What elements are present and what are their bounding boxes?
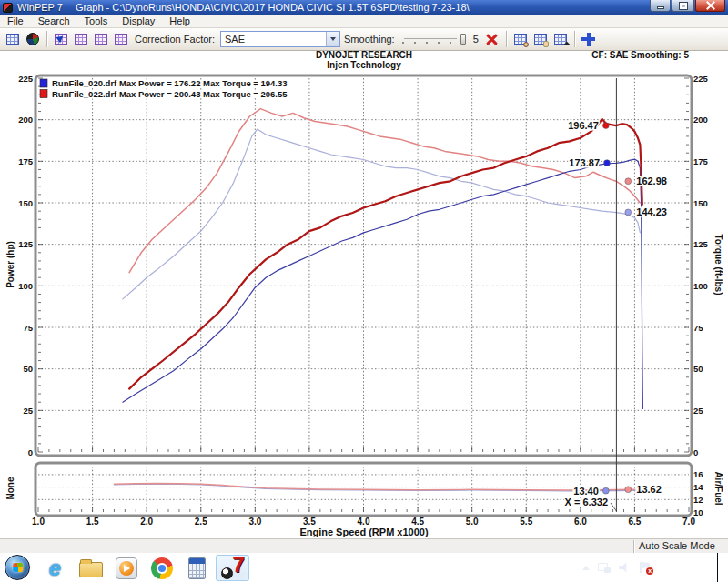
move-arrows-icon [581, 33, 595, 46]
speaker-icon[interactable] [619, 563, 631, 573]
x-axis-title: Engine Speed (RPM x1000) [299, 527, 429, 537]
network-icon[interactable] [598, 563, 611, 573]
cursor-marker-dot [625, 209, 632, 216]
hand-icon [543, 41, 549, 47]
graph-split-icon [95, 34, 107, 45]
gauge-view-button[interactable] [23, 30, 43, 49]
close-icon [705, 1, 716, 10]
close-button[interactable] [695, 0, 725, 12]
rpm-tick-label: 3.5 [303, 517, 316, 527]
power-tick-label: 150 [18, 198, 33, 208]
show-desktop-button[interactable] [717, 553, 724, 582]
data-grid-button[interactable] [3, 30, 23, 49]
smoothing-slider[interactable] [402, 33, 466, 45]
clear-runs-button[interactable] [482, 30, 502, 49]
toolbar-separator [506, 31, 507, 47]
torque-tick-label: 100 [693, 281, 708, 291]
legend-entry: RunFile_022.drf Max Power = 200.43 Max T… [52, 89, 288, 99]
folder-icon [79, 562, 103, 577]
cursor-marker-dot [625, 178, 632, 185]
torque-tick-label: 50 [693, 364, 703, 374]
power-tick-label: 200 [18, 115, 33, 125]
app-name: WinPEP 7 [17, 2, 63, 13]
statusbar-separator [633, 540, 634, 553]
action-center-flag-icon[interactable]: x [639, 562, 651, 573]
windows-logo-icon [13, 563, 23, 572]
graph-quad-button[interactable] [111, 30, 131, 49]
taskbar-item-winpep[interactable]: 7 [216, 555, 249, 581]
cursor-value-label: 13.40 [573, 486, 599, 497]
torque-tick-label: 225 [693, 74, 709, 84]
taskbar-item-media-player[interactable] [109, 555, 143, 581]
graph-view-button[interactable] [51, 30, 71, 49]
maximize-button[interactable] [672, 0, 694, 12]
toolbar: Correction Factor: SAE Smoothing: 5 [0, 28, 728, 51]
taskbar-item-ie[interactable]: e [38, 555, 72, 581]
magnifier-icon [523, 42, 529, 47]
menu-file[interactable]: File [0, 15, 31, 27]
right-axis-title: Torque (ft-lbs) [713, 234, 723, 295]
calculator-icon [188, 557, 206, 579]
start-button[interactable] [5, 555, 30, 580]
alert-badge: x [646, 567, 653, 575]
slider-handle[interactable] [460, 34, 466, 45]
legend-swatch [40, 79, 47, 87]
winpep-icon: 7 [221, 557, 245, 580]
af-right-axis-title: Air/Fuel [713, 471, 723, 505]
rpm-tick-label: 1.5 [86, 517, 99, 527]
cursor-graph-button[interactable] [551, 30, 571, 49]
graph-single-button[interactable] [71, 30, 91, 49]
move-axes-button[interactable] [579, 30, 599, 49]
rpm-tick-label: 3.0 [248, 517, 261, 527]
rpm-tick-label: 5.5 [520, 517, 532, 527]
correction-factor-label: Correction Factor: [135, 34, 215, 45]
media-player-icon [116, 557, 137, 579]
correction-factor-select[interactable]: SAE [220, 31, 340, 47]
torque-tick-label: 0 [693, 447, 698, 457]
legend-swatch [40, 90, 47, 98]
toolbar-separator [46, 31, 47, 47]
taskbar-clock[interactable]: 12:45 PM 10/3/2018 [661, 556, 703, 579]
winpep-app-icon [3, 3, 13, 13]
dropdown-button[interactable] [326, 32, 339, 46]
zoom-graph-button[interactable] [511, 30, 531, 49]
af-tick-label: 10 [693, 507, 703, 517]
dyno-graph: 0025255050757510010012512515015017517520… [0, 0, 728, 582]
smoothing-value: 5 [473, 34, 479, 45]
clock-time: 12:45 PM [661, 556, 703, 567]
power-tick-label: 175 [18, 156, 34, 166]
cursor-marker-dot [625, 487, 632, 493]
status-bar: Auto Scale Mode [0, 538, 728, 553]
taskbar-item-calculator[interactable] [180, 555, 214, 581]
correction-factor-value: SAE [221, 34, 326, 45]
window-title: Graph - C:\DynoRuns\HONDA\CIVIC\2017 HON… [76, 2, 470, 13]
chrome-icon [151, 557, 173, 579]
menu-search[interactable]: Search [31, 15, 77, 27]
pan-graph-button[interactable] [531, 30, 551, 49]
graph-split-button[interactable] [91, 30, 111, 49]
cursor-value-label: 13.62 [636, 484, 662, 495]
rpm-tick-label: 7.0 [682, 517, 695, 527]
rpm-tick-label: 4.0 [358, 517, 370, 527]
rpm-tick-label: 1.0 [32, 517, 45, 527]
legend-entry: RunFile_020.drf Max Power = 176.22 Max T… [52, 78, 288, 88]
cursor-value-label: 144.23 [636, 206, 667, 217]
menu-help[interactable]: Help [162, 15, 197, 27]
rpm-tick-label: 5.0 [466, 517, 479, 527]
minimize-button[interactable] [650, 0, 671, 12]
chart-subtitle: Injen Technology [327, 60, 401, 70]
taskbar-item-chrome[interactable] [145, 555, 178, 581]
rpm-tick-label: 6.0 [574, 517, 587, 527]
menu-tools[interactable]: Tools [77, 15, 116, 27]
power-tick-label: 100 [18, 281, 33, 291]
rpm-tick-label: 2.0 [140, 517, 153, 527]
taskbar-item-explorer[interactable] [74, 555, 107, 581]
cursor-x-annotation: X = 6.332 [565, 497, 608, 507]
power-tick-label: 25 [23, 406, 33, 416]
cursor-marker-dot [602, 123, 609, 129]
tray-expand-icon[interactable] [582, 566, 590, 570]
power-tick-label: 50 [23, 364, 33, 374]
menu-display[interactable]: Display [115, 15, 162, 27]
graph-quad-icon [115, 34, 127, 45]
system-tray: x 12:45 PM 10/3/2018 [582, 553, 728, 582]
